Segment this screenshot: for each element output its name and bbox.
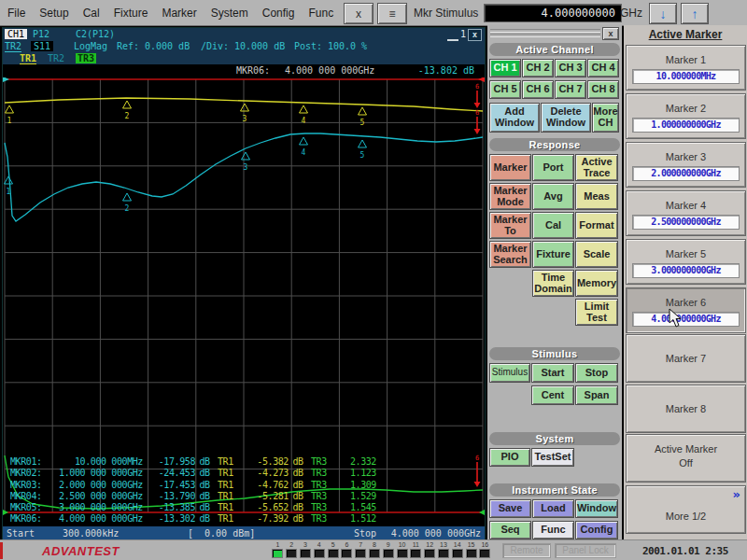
- start-button[interactable]: Start: [531, 363, 574, 383]
- marker-sidebar: Active Marker Active Marker Off » More 1…: [624, 25, 747, 539]
- save-button[interactable]: Save: [489, 499, 531, 518]
- tab-tr2[interactable]: TR2: [48, 53, 64, 63]
- marker-7-key[interactable]: Marker 7: [626, 334, 746, 383]
- cyan-marker-5-number: 5: [360, 151, 365, 160]
- delete-window-button[interactable]: Delete Window: [541, 103, 591, 133]
- window-button[interactable]: Window: [575, 499, 618, 518]
- cent-button[interactable]: Cent: [531, 385, 574, 405]
- resp-marker-to[interactable]: Marker To: [489, 212, 531, 239]
- stop-button[interactable]: Stop: [575, 363, 618, 383]
- mkr-stimulus-input[interactable]: [484, 4, 622, 22]
- section-response: Response: [489, 138, 620, 151]
- resp-avg[interactable]: Avg: [532, 183, 574, 210]
- menu-setup[interactable]: Setup: [39, 7, 68, 20]
- ch-button-6[interactable]: CH 6: [522, 80, 554, 99]
- ch-button-8[interactable]: CH 8: [587, 80, 619, 99]
- menu-marker[interactable]: Marker: [162, 7, 196, 20]
- start-label: Start: [7, 528, 35, 539]
- marker-5-label: Marker 5: [627, 240, 745, 259]
- add-window-button[interactable]: Add Window: [489, 103, 540, 133]
- step-up-button[interactable]: ↑: [681, 3, 709, 24]
- marker-6-value: 4.000000000GHz: [632, 312, 740, 327]
- stimulus-button[interactable]: Stimulus: [489, 363, 530, 383]
- mt-u2: dB: [289, 513, 307, 525]
- marker-3-value: 2.000000000GHz: [632, 166, 740, 181]
- list-icon[interactable]: ≡: [377, 3, 407, 24]
- mkr-readout-label: MKR06:: [236, 65, 270, 76]
- func-button[interactable]: Func: [532, 521, 574, 539]
- mt-v3: 1.123: [335, 468, 376, 479]
- led-number: 13: [437, 540, 451, 548]
- mt-u2: dB: [289, 480, 307, 491]
- marker-table-row: MKR02:1.000 000 000GHz-24.453dBTR1-4.273…: [7, 468, 481, 479]
- ch-button-5[interactable]: CH 5: [489, 80, 521, 99]
- stimulus-grid: Stimulus Start Stop Cent Span: [489, 363, 620, 405]
- step-down-button[interactable]: ↓: [649, 3, 677, 24]
- active-marker-off-key[interactable]: Active Marker Off: [626, 434, 746, 483]
- resp-format[interactable]: Format: [575, 212, 618, 239]
- resp-marker-search[interactable]: Marker Search: [489, 241, 531, 268]
- menu-config[interactable]: Config: [262, 7, 295, 20]
- config-button[interactable]: Config: [575, 521, 618, 539]
- ch-button-3[interactable]: CH 3: [555, 59, 586, 77]
- resp-marker-mode[interactable]: Marker Mode: [489, 183, 531, 210]
- span-button[interactable]: Span: [575, 385, 618, 405]
- marker-4-key[interactable]: Marker 42.500000000GHz: [626, 190, 746, 236]
- panel-close-icon[interactable]: x: [602, 27, 619, 40]
- panel-titlebar[interactable]: x: [487, 25, 622, 41]
- close-button[interactable]: x: [344, 3, 374, 24]
- menu-func[interactable]: Func: [308, 7, 333, 20]
- resp-cal[interactable]: Cal: [532, 212, 574, 239]
- resp-fixture[interactable]: Fixture: [532, 241, 574, 268]
- marker-1-key[interactable]: Marker 110.000000MHz: [626, 45, 746, 91]
- marker-table-row: MKR03:2.000 000 000GHz-17.453dBTR1-4.762…: [7, 480, 481, 491]
- mt-v1: -13.302: [143, 513, 195, 525]
- menu-file[interactable]: File: [7, 7, 25, 20]
- active-trace-label[interactable]: TR2: [5, 41, 21, 52]
- resp-scale[interactable]: Scale: [575, 241, 618, 268]
- load-button[interactable]: Load: [532, 499, 574, 518]
- down-arrow-icon: ↓: [660, 7, 667, 21]
- mt-freq: 10.000 000MHz: [48, 456, 143, 468]
- led-indicator-16: [479, 549, 490, 558]
- more-ch-button[interactable]: More CH: [592, 103, 619, 133]
- pio-button[interactable]: PIO: [489, 448, 530, 467]
- tab-tr3[interactable]: TR3: [76, 53, 96, 63]
- menu-fixture[interactable]: Fixture: [114, 7, 148, 20]
- resp-active-trace[interactable]: Active Trace: [575, 154, 618, 181]
- resp-time-domain[interactable]: Time Domain: [532, 270, 574, 297]
- testset-button[interactable]: TestSet: [531, 448, 574, 467]
- mt-t1: TR1: [214, 513, 242, 525]
- more-pages-key[interactable]: » More 1/2: [626, 485, 746, 534]
- resp-meas[interactable]: Meas: [575, 183, 618, 210]
- menu-cal[interactable]: Cal: [83, 7, 100, 20]
- cyan-marker-4-number: 4: [302, 148, 306, 157]
- marker-6-key[interactable]: Marker 64.000000000GHz: [626, 287, 746, 333]
- ch-button-4[interactable]: CH 4: [587, 59, 619, 77]
- resp-port[interactable]: Port: [532, 154, 574, 181]
- resp-limit-test[interactable]: Limit Test: [575, 299, 618, 326]
- double-chevron-icon: »: [733, 487, 740, 501]
- marker-8-key[interactable]: Marker 8: [626, 385, 746, 433]
- active-marker-arrowhead-icon: [474, 129, 481, 134]
- ch-button-2[interactable]: CH 2: [522, 59, 554, 77]
- channel-window: CH1 P12 C2(P12) 1 x TR2 S11 LogMag Ref: …: [2, 27, 486, 541]
- seq-button[interactable]: Seq: [489, 521, 531, 539]
- menubar: FileSetupCalFixtureMarkerSystemConfigFun…: [0, 0, 747, 26]
- led-indicator-4: [314, 549, 325, 558]
- mt-u2: dB: [289, 456, 307, 468]
- ch-button-1[interactable]: CH 1: [489, 59, 521, 77]
- resp-memory[interactable]: Memory: [575, 270, 618, 297]
- resp-marker[interactable]: Marker: [489, 154, 531, 181]
- ch-button-7[interactable]: CH 7: [555, 80, 586, 99]
- yellow-marker-1-icon: [6, 105, 14, 113]
- tab-tr1[interactable]: TR1: [20, 53, 36, 64]
- mt-u1: dB: [195, 491, 214, 502]
- marker-5-key[interactable]: Marker 53.000000000GHz: [626, 239, 746, 285]
- section-instrument-state: Instrument State: [489, 483, 620, 497]
- led-indicator-2: [286, 549, 297, 558]
- marker-2-key[interactable]: Marker 21.000000000GHz: [626, 93, 746, 139]
- menu-system[interactable]: System: [211, 7, 248, 20]
- led-indicator-12: [424, 549, 435, 558]
- marker-3-key[interactable]: Marker 32.000000000GHz: [626, 142, 746, 188]
